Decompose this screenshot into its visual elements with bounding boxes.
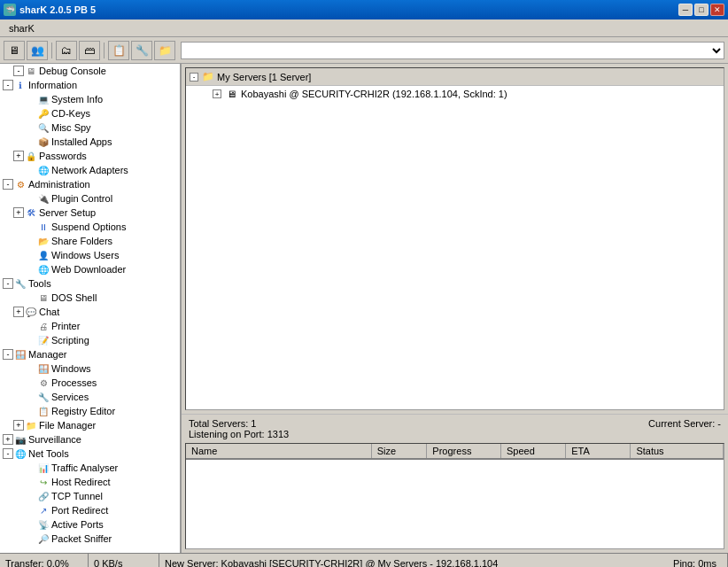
tree-label-manager: Manager [28,349,66,360]
menu-shark[interactable]: sharK [4,21,40,35]
tree-expand-filemanager[interactable]: + [13,420,24,431]
tree-item-plugincontrol[interactable]: 🔌Plugin Control [0,191,180,206]
tree-icon-trafficanalyser: 📊 [37,462,50,474]
tree-item-registryeditor[interactable]: 📋Registry Editor [0,404,180,418]
tree-item-sharefolders[interactable]: 📂Share Folders [0,234,180,248]
tree-item-dosshell[interactable]: 🖥DOS Shell [0,291,180,305]
tree-icon-webdownloader: 🌐 [37,263,50,276]
tree-label-processes: Processes [51,377,97,388]
servers-folder-icon: 📁 [202,71,214,82]
close-button[interactable]: ✕ [710,4,724,16]
tree-expand-administration[interactable]: - [3,179,13,190]
tree-expand-serversetup[interactable]: + [13,207,24,218]
col-name[interactable]: Name [186,444,371,459]
col-eta[interactable]: ETA [566,444,631,459]
tree-expand-scripting [26,335,36,346]
tree-expand-passwords[interactable]: + [13,151,24,161]
tree-icon-dosshell: 🖥 [37,291,50,304]
tree-item-windows[interactable]: 🪟Windows [0,361,180,376]
tree-expand-tools[interactable]: - [3,278,13,289]
tree-expand-nettools[interactable]: - [3,448,13,459]
tree-expand-chat[interactable]: + [13,307,24,317]
tree-item-windowsusers[interactable]: 👤Windows Users [0,248,180,262]
tree-label-miscspy: Misc Spy [51,122,91,133]
tree-item-printer[interactable]: 🖨Printer [0,319,180,333]
tree-label-passwords: Passwords [39,151,87,161]
tree-expand-windows [26,363,36,374]
tree-expand-information[interactable]: - [3,80,13,90]
total-servers: Total Servers: 1 [189,418,289,429]
tree-icon-windowsusers: 👤 [37,249,50,261]
toolbar-btn-filemanager[interactable]: 📁 [154,41,175,60]
tree-icon-passwords: 🔒 [25,150,37,162]
tree-item-sysinfo[interactable]: 💻System Info [0,92,180,106]
tree-item-processes[interactable]: ⚙Processes [0,376,180,390]
tree-label-portredirect: Port Redirect [51,505,108,516]
tree-label-installedapps: Installed Apps [51,136,112,147]
tree-label-dosshell: DOS Shell [51,292,97,303]
tree-item-surveillance[interactable]: +📷Surveillance [0,432,180,447]
toolbar-btn-clipboard[interactable]: 📋 [108,41,129,60]
servers-expand[interactable]: - [190,73,198,82]
tree-expand-debug[interactable]: - [13,66,24,76]
tree-item-webdownloader[interactable]: 🌐Web Downloader [0,262,180,276]
maximize-button[interactable]: □ [694,4,709,16]
tree-expand-printer [26,321,36,331]
server-label[interactable]: Kobayashi @ SECURITY-CRHI2R (192.168.1.1… [241,89,507,99]
toolbar-btn-tools[interactable]: 🔧 [131,41,152,60]
tree-icon-surveillance: 📷 [14,433,27,446]
tree-item-scripting[interactable]: 📝Scripting [0,333,180,347]
tree-item-activeports[interactable]: 📡Active Ports [0,517,180,532]
tree-item-portredirect[interactable]: ↗Port Redirect [0,503,180,517]
tree-item-cdkeys[interactable]: 🔑CD-Keys [0,106,180,120]
tree-item-passwords[interactable]: +🔒Passwords [0,149,180,163]
tree-item-filemanager[interactable]: +📁File Manager [0,418,180,432]
title-bar: 🦈 sharK 2.0.5 PB 5 ─ □ ✕ [0,0,728,19]
toolbar-separator-1 [51,43,52,58]
tree-expand-packetsniffer [26,533,36,544]
message-text: New Server: Kobayashi [SECURITY-CRHI2R] … [165,558,498,568]
server-select[interactable] [181,42,724,59]
tree-item-administration[interactable]: -⚙Administration [0,177,180,191]
tree-expand-surveillance[interactable]: + [3,434,13,445]
tree-icon-chat: 💬 [25,306,37,318]
toolbar-separator-2 [104,43,105,58]
tree-label-services: Services [51,392,89,402]
tree-item-networkadapters[interactable]: 🌐Network Adapters [0,163,180,177]
tree-item-nettools[interactable]: -🌐Net Tools [0,447,180,461]
tree-item-services[interactable]: 🔧Services [0,390,180,404]
tree-item-tcptunnel[interactable]: 🔗TCP Tunnel [0,489,180,503]
tree-item-chat[interactable]: +💬Chat [0,305,180,319]
tree-expand-portredirect [26,505,36,516]
tree-item-trafficanalyser[interactable]: 📊Traffic Analyser [0,461,180,475]
server-item-expand[interactable]: + [213,89,221,98]
toolbar-btn-files[interactable]: 🗃 [79,41,100,60]
tree-item-tools[interactable]: -🔧Tools [0,276,180,291]
tree-icon-portredirect: ↗ [37,504,50,517]
tree-label-trafficanalyser: Traffic Analyser [51,462,118,473]
toolbar-btn-folders[interactable]: 🗂 [56,41,77,60]
toolbar-btn-users[interactable]: 👥 [27,41,48,60]
tree-icon-printer: 🖨 [37,320,50,332]
tree-item-manager[interactable]: -🪟Manager [0,347,180,361]
col-speed[interactable]: Speed [501,444,566,459]
tree-scroll[interactable]: -🖥Debug Console-ℹInformation💻System Info… [0,64,180,553]
tree-icon-networkadapters: 🌐 [37,164,50,176]
tree-item-hostredirect[interactable]: ↪Host Redirect [0,475,180,489]
minimize-button[interactable]: ─ [678,4,693,16]
listening-port: Listening on Port: 1313 [189,429,289,439]
tree-expand-manager[interactable]: - [3,349,13,360]
tree-item-serversetup[interactable]: +🛠Server Setup [0,206,180,220]
tree-item-miscspy[interactable]: 🔍Misc Spy [0,120,180,135]
col-progress[interactable]: Progress [427,444,501,459]
toolbar-btn-monitor[interactable]: 🖥 [4,41,25,60]
tree-item-packetsniffer[interactable]: 🔎Packet Sniffer [0,532,180,546]
tree-item-installedapps[interactable]: 📦Installed Apps [0,135,180,149]
col-status[interactable]: Status [631,444,724,459]
col-size[interactable]: Size [371,444,427,459]
tree-item-suspendopts[interactable]: ⏸Suspend Options [0,220,180,234]
tree-item-debug[interactable]: -🖥Debug Console [0,64,180,78]
tree-label-networkadapters: Network Adapters [51,165,128,175]
tree-item-information[interactable]: -ℹInformation [0,78,180,92]
tree-expand-processes [26,377,36,388]
